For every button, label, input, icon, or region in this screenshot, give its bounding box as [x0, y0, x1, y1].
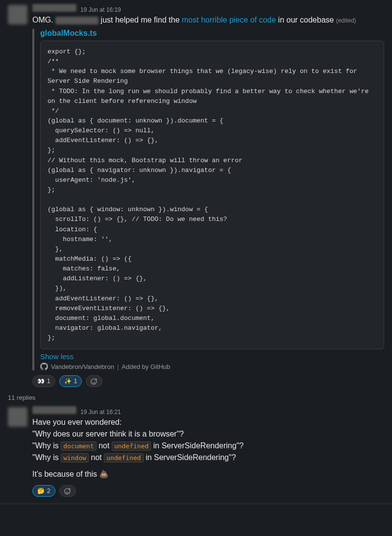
text: not [89, 453, 104, 462]
username-redacted[interactable] [32, 406, 76, 414]
text: in ServerSideRendering"? [144, 453, 236, 462]
add-reaction-button[interactable] [86, 375, 102, 387]
mention-redacted[interactable] [55, 17, 98, 24]
message-1: 19 Jun at 16:19 OMG. just helped me find… [0, 0, 392, 391]
attachment: globalMocks.ts export {}; /** * We need … [32, 29, 384, 370]
code-undefined: undefined [104, 453, 143, 463]
reaction-count: 1 [47, 378, 50, 385]
eyes-icon: 👀 [37, 378, 45, 385]
sparkles-icon: ✨ [64, 378, 72, 385]
code-undefined: undefined [112, 441, 151, 451]
show-less-button[interactable]: Show less [40, 352, 384, 361]
text: "Why is [32, 441, 61, 450]
thread-divider [0, 503, 392, 505]
text-prefix: OMG. [32, 16, 53, 24]
github-icon [40, 363, 48, 370]
message-text: Have you ever wondered: "Why does our se… [32, 416, 384, 480]
code-link[interactable]: most horrible piece of code [182, 16, 276, 24]
message-body: 19 Jun at 16:21 Have you ever wondered: … [32, 406, 384, 497]
replies-count[interactable]: 11 replies [0, 391, 392, 402]
message-text: OMG. just helped me find the most horrib… [32, 14, 384, 26]
timestamp[interactable]: 19 Jun at 16:19 [80, 6, 121, 13]
text: "Why is [32, 453, 61, 462]
source-line: Vandebron/Vandebron | Added by GitHub [40, 363, 384, 370]
code-block: export {}; /** * We need to mock some br… [40, 41, 384, 349]
avatar[interactable] [8, 407, 27, 427]
line-2: "Why does our server think it is a brows… [32, 428, 384, 440]
edited-label: (edited) [336, 17, 356, 24]
text-suffix: in our codebase [278, 16, 334, 24]
code-document: document [61, 441, 97, 451]
add-reaction-button[interactable] [59, 485, 76, 497]
line-3: "Why is document not undefined in Server… [32, 440, 384, 452]
code-window: window [61, 453, 89, 463]
eyes-reaction[interactable]: 👀 1 [32, 375, 55, 387]
username-redacted[interactable] [32, 4, 76, 12]
thinking-reaction[interactable]: 🤔 2 [32, 485, 55, 497]
sparkles-reaction[interactable]: ✨ 1 [59, 375, 82, 387]
line-4: "Why is window not undefined in ServerSi… [32, 452, 384, 463]
message-2: 19 Jun at 16:21 Have you ever wondered: … [0, 402, 392, 501]
avatar[interactable] [8, 5, 27, 24]
file-title[interactable]: globalMocks.ts [40, 29, 384, 38]
text-mid: just helped me find the [101, 16, 180, 24]
source-sep: | [117, 363, 119, 370]
line-1: Have you ever wondered: [32, 416, 384, 428]
line-5: It's because of this 💩 [32, 468, 384, 480]
message-header: 19 Jun at 16:19 [32, 4, 384, 13]
source-repo[interactable]: Vandebron/Vandebron [51, 363, 114, 370]
reaction-count: 1 [74, 378, 77, 385]
text: not [97, 441, 112, 450]
text: It's because of this [32, 470, 99, 478]
message-header: 19 Jun at 16:21 [32, 406, 384, 415]
timestamp[interactable]: 19 Jun at 16:21 [80, 409, 121, 415]
text: in ServerSideRendering"? [151, 441, 244, 450]
thinking-icon: 🤔 [37, 487, 45, 494]
poop-icon: 💩 [99, 470, 109, 478]
reaction-count: 2 [47, 487, 50, 494]
reactions-bar: 👀 1 ✨ 1 [32, 375, 384, 387]
svg-point-2 [95, 381, 95, 381]
svg-point-5 [68, 490, 68, 491]
message-body: 19 Jun at 16:19 OMG. just helped me find… [32, 4, 384, 387]
svg-point-1 [93, 381, 93, 381]
svg-point-4 [66, 490, 66, 491]
source-added: Added by GitHub [122, 363, 170, 370]
reactions-bar: 🤔 2 [32, 485, 384, 497]
